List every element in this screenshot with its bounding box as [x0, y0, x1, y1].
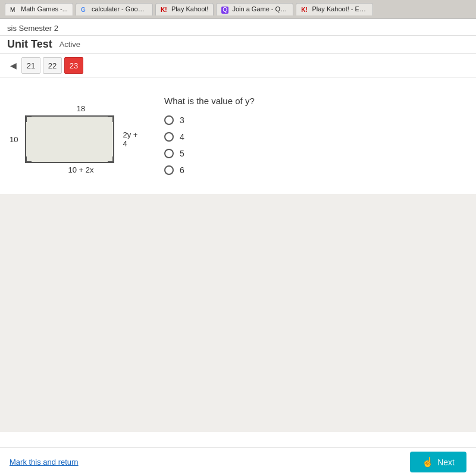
page-btn-21[interactable]: 21: [21, 57, 40, 74]
radio-option-5[interactable]: [164, 149, 174, 158]
option-row-3[interactable]: 3: [164, 115, 466, 125]
option-row-5[interactable]: 5: [164, 149, 466, 158]
option-row-6[interactable]: 6: [164, 165, 466, 175]
rectangle-container: [25, 115, 114, 163]
kahoot1-favicon: K!: [161, 7, 168, 14]
cursor-icon: ☝: [422, 456, 434, 468]
main-content-area: [0, 194, 476, 432]
breadcrumb: sis Semester 2: [7, 24, 58, 33]
page-content: sis Semester 2 Unit Test Active ◀ 21 22 …: [0, 19, 476, 476]
diagram-right-label: 2y + 4: [123, 130, 140, 148]
option-text-6: 6: [180, 165, 184, 175]
tab-kahoot2[interactable]: K! Play Kahoot! - Ente...: [296, 3, 373, 15]
question-section: What is the value of y? 3 4 5 6: [164, 90, 466, 182]
diagram-bottom-label: 10 + 2x: [21, 165, 140, 174]
next-button-label: Next: [437, 458, 455, 467]
pagination-row: ◀ 21 22 23: [0, 54, 476, 78]
prev-page-arrow[interactable]: ◀: [7, 57, 19, 74]
page-btn-22[interactable]: 22: [43, 57, 62, 74]
tab-kahoot1[interactable]: K! Play Kahoot!: [155, 3, 214, 15]
status-row: Unit Test Active: [0, 36, 476, 54]
option-text-3: 3: [180, 115, 184, 125]
tab-math-games-label: Math Games -...: [21, 5, 68, 12]
footer-area: Mark this and return ☝ Next: [0, 447, 476, 476]
kahoot2-favicon: K!: [301, 7, 308, 14]
breadcrumb-area: sis Semester 2: [0, 19, 476, 36]
option-text-5: 5: [180, 149, 184, 158]
diagram-section: 18 10 2y + 4 10 + 2x: [10, 90, 140, 182]
tab-bar: M Math Games -... G calculater - Google.…: [0, 0, 476, 19]
page-btn-23[interactable]: 23: [64, 57, 83, 74]
rectangle-wrapper: 10 2y + 4: [10, 115, 140, 163]
calculator-favicon: G: [81, 7, 88, 14]
corner-bottom-right: [108, 156, 114, 162]
radio-option-3[interactable]: [164, 115, 174, 125]
corner-top-left: [26, 116, 32, 122]
question-area: 18 10 2y + 4 10 + 2x What is the value o…: [0, 78, 476, 194]
tab-quiziz[interactable]: Q Join a Game - Quizi...: [216, 3, 293, 15]
math-games-favicon: M: [10, 7, 17, 14]
corner-bottom-left: [26, 156, 32, 162]
tab-calculator[interactable]: G calculater - Google...: [76, 3, 153, 15]
active-badge: Active: [60, 40, 80, 49]
tab-quiziz-label: Join a Game - Quizi...: [232, 5, 293, 12]
corner-top-right: [108, 116, 114, 122]
tab-kahoot2-label: Play Kahoot! - Ente...: [312, 5, 373, 12]
quiziz-favicon: Q: [221, 7, 228, 14]
test-label: Unit Test: [7, 38, 52, 51]
option-text-4: 4: [180, 132, 184, 142]
rectangle: [25, 115, 114, 163]
tab-math-games[interactable]: M Math Games -...: [5, 3, 73, 15]
tab-kahoot1-label: Play Kahoot!: [171, 5, 208, 12]
radio-option-6[interactable]: [164, 165, 174, 175]
radio-option-4[interactable]: [164, 132, 174, 142]
diagram-top-label: 18: [21, 104, 140, 113]
question-text: What is the value of y?: [164, 96, 466, 106]
next-button[interactable]: ☝ Next: [410, 452, 466, 472]
tab-calculator-label: calculater - Google...: [92, 5, 152, 12]
option-row-4[interactable]: 4: [164, 132, 466, 142]
diagram-left-label: 10: [10, 135, 18, 144]
mark-return-link[interactable]: Mark this and return: [10, 458, 79, 466]
